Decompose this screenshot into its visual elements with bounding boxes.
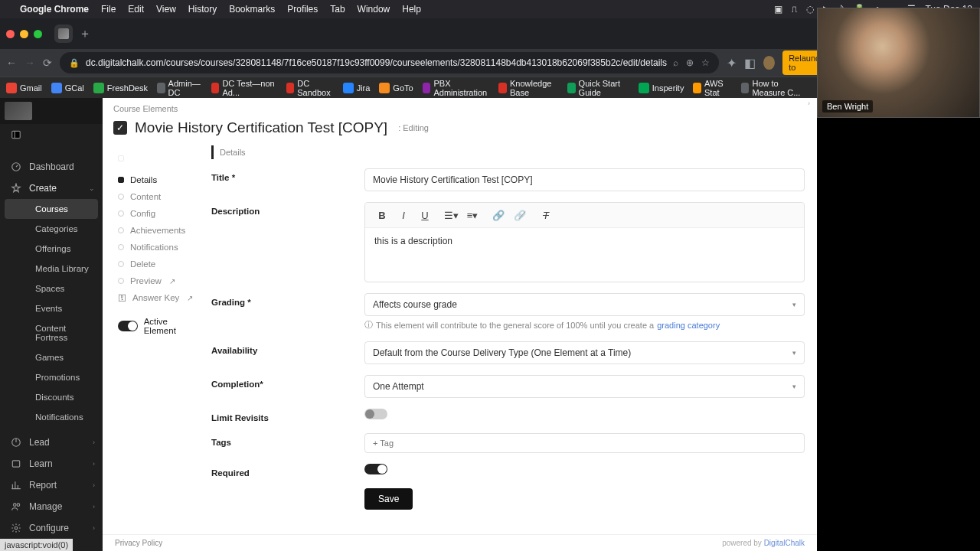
grading-category-link[interactable]: grading category bbox=[657, 321, 720, 330]
bookmark-dc-sandbox[interactable]: DC Sandbox bbox=[286, 79, 334, 97]
bookmark-kb[interactable]: Knowledge Base bbox=[498, 79, 558, 97]
completion-select[interactable]: One Attempt▾ bbox=[364, 375, 805, 398]
new-tab-button[interactable]: ＋ bbox=[79, 26, 91, 42]
nav-configure[interactable]: Configure› bbox=[0, 517, 103, 539]
bookmark-quickstart[interactable]: Quick Start Guide bbox=[567, 79, 629, 97]
bookmark-pbx[interactable]: PBX Administration bbox=[423, 79, 490, 97]
tab-notifications[interactable]: Notifications bbox=[113, 239, 202, 256]
limit-revisits-toggle[interactable] bbox=[364, 409, 387, 419]
bullet-list-button[interactable]: ☰▾ bbox=[443, 207, 459, 223]
breadcrumb[interactable]: Course Elements bbox=[103, 98, 817, 116]
minimize-window-button[interactable] bbox=[20, 30, 28, 38]
search-icon[interactable]: ⌕ bbox=[673, 57, 678, 68]
menu-file[interactable]: File bbox=[101, 4, 116, 15]
clear-format-button[interactable]: T bbox=[538, 207, 554, 223]
dashboard-icon bbox=[11, 161, 21, 172]
tab-answer-key[interactable]: ⚿Answer Key↗ bbox=[113, 289, 202, 306]
menu-profiles[interactable]: Profiles bbox=[287, 4, 318, 15]
nav-events[interactable]: Events bbox=[0, 298, 103, 318]
nav-media-library[interactable]: Media Library bbox=[0, 259, 103, 279]
menu-edit[interactable]: Edit bbox=[128, 4, 144, 15]
tags-input[interactable] bbox=[364, 433, 805, 453]
tab-preview[interactable]: Preview↗ bbox=[113, 272, 202, 289]
grading-select[interactable]: Affects course grade▾ bbox=[364, 293, 805, 316]
details-form: Details Title * Description B bbox=[202, 145, 817, 551]
menu-view[interactable]: View bbox=[156, 4, 176, 15]
nav-lead[interactable]: Lead› bbox=[0, 432, 103, 453]
svg-rect-5 bbox=[12, 461, 19, 467]
privacy-link[interactable]: Privacy Policy bbox=[115, 539, 162, 547]
grading-label: Grading * bbox=[211, 293, 364, 307]
nav-manage[interactable]: Manage› bbox=[0, 496, 103, 517]
menu-help[interactable]: Help bbox=[402, 4, 421, 15]
star-icon[interactable]: ☆ bbox=[701, 57, 710, 68]
maximize-window-button[interactable] bbox=[34, 30, 42, 38]
menu-history[interactable]: History bbox=[188, 4, 217, 15]
tab-content[interactable]: Content bbox=[113, 188, 202, 205]
bookmark-dc-test[interactable]: DC Test—non Ad... bbox=[211, 79, 277, 97]
save-button[interactable]: Save bbox=[364, 488, 413, 510]
bookmark-gcal[interactable]: GCal bbox=[51, 83, 84, 93]
link-button[interactable]: 🔗 bbox=[491, 207, 506, 223]
active-element-label: Active Element bbox=[144, 317, 198, 335]
zoom-video-overlay[interactable]: Ben Wright bbox=[817, 8, 980, 118]
nav-create[interactable]: Create⌄ bbox=[0, 178, 103, 199]
svg-point-6 bbox=[14, 504, 17, 507]
unlink-button[interactable]: 🔗̸ bbox=[512, 207, 528, 223]
bold-button[interactable]: B bbox=[374, 207, 390, 223]
menu-window[interactable]: Window bbox=[358, 4, 390, 15]
tab-achievements[interactable]: Achievements bbox=[113, 222, 202, 239]
powered-by-link[interactable]: DigitalChalk bbox=[764, 539, 805, 547]
tab-config[interactable]: Config bbox=[113, 205, 202, 222]
nav-promotions[interactable]: Promotions bbox=[0, 367, 103, 387]
bookmark-jira[interactable]: Jira bbox=[343, 83, 371, 93]
nav-categories[interactable]: Categories bbox=[0, 219, 103, 239]
collapse-sidebar-button[interactable] bbox=[0, 124, 103, 145]
bookmark-freshdesk[interactable]: FreshDesk bbox=[93, 83, 148, 93]
sync-icon[interactable]: ◌ bbox=[806, 4, 814, 15]
bookmark-goto[interactable]: GoTo bbox=[379, 83, 413, 93]
translate-icon[interactable]: ⊕ bbox=[686, 57, 694, 68]
menu-tab[interactable]: Tab bbox=[330, 4, 345, 15]
bookmark-aws[interactable]: AWS Stat bbox=[693, 79, 731, 97]
nav-notifications[interactable]: Notifications bbox=[0, 407, 103, 427]
nav-offerings[interactable]: Offerings bbox=[0, 239, 103, 259]
back-button[interactable]: ← bbox=[6, 57, 17, 69]
title-input[interactable] bbox=[364, 168, 805, 191]
close-window-button[interactable] bbox=[6, 30, 15, 38]
address-bar[interactable]: 🔒 dc.digitalchalk.com/courses/courses/32… bbox=[60, 52, 719, 73]
screen-share-icon[interactable]: ▣ bbox=[774, 4, 782, 15]
bookmark-gmail[interactable]: Gmail bbox=[6, 83, 42, 93]
external-link-icon: ↗ bbox=[187, 294, 193, 302]
nav-games[interactable]: Games bbox=[0, 347, 103, 367]
profile-avatar[interactable] bbox=[763, 56, 775, 70]
browser-tab[interactable] bbox=[54, 24, 73, 43]
brand-logo[interactable] bbox=[0, 98, 103, 124]
nav-report[interactable]: Report› bbox=[0, 474, 103, 496]
bookmark-insperity[interactable]: Insperity bbox=[639, 83, 684, 93]
forward-button[interactable]: → bbox=[24, 57, 35, 69]
nav-dashboard[interactable]: Dashboard bbox=[0, 156, 103, 178]
numbered-list-button[interactable]: ≡▾ bbox=[465, 207, 480, 223]
description-body[interactable]: this is a description bbox=[365, 228, 804, 282]
nav-content-fortress[interactable]: Content Fortress bbox=[0, 318, 103, 347]
underline-button[interactable]: U bbox=[417, 207, 433, 223]
external-link-icon: ↗ bbox=[169, 277, 175, 285]
required-toggle[interactable] bbox=[364, 464, 387, 474]
nav-spaces[interactable]: Spaces bbox=[0, 279, 103, 298]
nav-learn[interactable]: Learn› bbox=[0, 453, 103, 474]
tab-details[interactable]: Details› bbox=[113, 171, 202, 188]
menu-bookmarks[interactable]: Bookmarks bbox=[229, 4, 275, 15]
nav-courses[interactable]: Courses bbox=[5, 199, 98, 219]
panel-icon[interactable]: ◧ bbox=[744, 56, 756, 70]
italic-button[interactable]: I bbox=[396, 207, 411, 223]
bookmark-admin-dc[interactable]: Admin—DC bbox=[157, 79, 202, 97]
availability-select[interactable]: Default from the Course Delivery Type (O… bbox=[364, 341, 805, 364]
nav-discounts[interactable]: Discounts bbox=[0, 387, 103, 407]
tab-delete[interactable]: Delete bbox=[113, 256, 202, 272]
bookmark-measure[interactable]: How to Measure C... bbox=[741, 79, 811, 97]
settings-sliders-icon[interactable]: ⎍ bbox=[792, 4, 797, 15]
reload-button[interactable]: ⟳ bbox=[43, 57, 52, 69]
active-element-toggle[interactable] bbox=[118, 321, 138, 331]
extensions-icon[interactable]: ✦ bbox=[727, 56, 737, 70]
